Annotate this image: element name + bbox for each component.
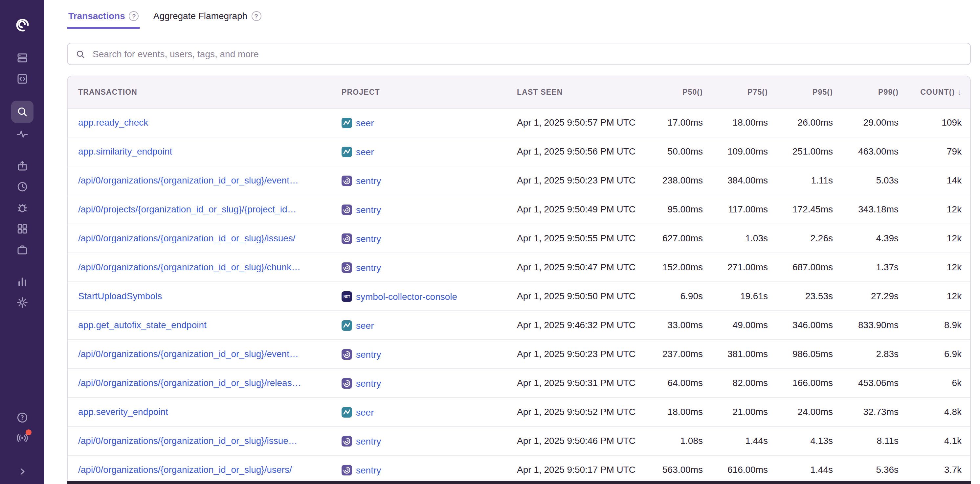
project-link[interactable]: seer bbox=[356, 320, 374, 331]
count-cell: 12k bbox=[899, 195, 971, 224]
project-link[interactable]: sentry bbox=[356, 465, 381, 475]
gear-icon bbox=[16, 297, 28, 308]
sidebar-item-issues[interactable] bbox=[11, 48, 33, 68]
project-link[interactable]: sentry bbox=[356, 378, 381, 388]
p75-cell: 49.00ms bbox=[703, 310, 768, 339]
transaction-link[interactable]: /api/0/organizations/{organization_id_or… bbox=[78, 435, 298, 446]
p99-cell: 27.29s bbox=[833, 281, 899, 310]
transaction-link[interactable]: app.similarity_endpoint bbox=[78, 146, 172, 157]
project-link[interactable]: sentry bbox=[356, 349, 381, 359]
column-header-last-seen[interactable]: LAST SEEN bbox=[513, 76, 646, 108]
transaction-link[interactable]: /api/0/organizations/{organization_id_or… bbox=[78, 233, 296, 243]
p95-cell: 346.00ms bbox=[768, 310, 833, 339]
tab-aggregate-flamegraph[interactable]: Aggregate Flamegraph ? bbox=[152, 9, 262, 29]
table-row: /api/0/organizations/{organization_id_or… bbox=[68, 339, 971, 368]
app-root: ? Transactions ? Aggregate Flamegraph ? bbox=[0, 0, 980, 484]
column-header-p75[interactable]: P75() bbox=[703, 76, 768, 108]
stack-icon bbox=[16, 52, 28, 64]
p99-cell: 833.90ms bbox=[833, 310, 899, 339]
project-link[interactable]: seer bbox=[356, 407, 374, 417]
transaction-link[interactable]: app.get_autofix_state_endpoint bbox=[78, 319, 207, 330]
pulse-icon bbox=[16, 128, 28, 140]
sentry-logo-icon[interactable] bbox=[11, 13, 33, 35]
sidebar-item-crons[interactable] bbox=[11, 198, 33, 218]
help-circle-icon[interactable]: ? bbox=[129, 11, 139, 21]
project-link[interactable]: sentry bbox=[356, 204, 381, 215]
p75-cell: 21.00ms bbox=[703, 397, 768, 426]
project-link[interactable]: sentry bbox=[356, 436, 381, 446]
sidebar-item-whats-new[interactable] bbox=[11, 429, 33, 446]
transaction-cell: StartUploadSymbols bbox=[68, 281, 336, 310]
transaction-link[interactable]: /api/0/organizations/{organization_id_or… bbox=[78, 464, 292, 475]
column-header-count[interactable]: COUNT() ↓ bbox=[899, 76, 971, 108]
search-input[interactable] bbox=[91, 48, 962, 60]
transaction-link[interactable]: /api/0/organizations/{organization_id_or… bbox=[78, 175, 299, 185]
p99-cell: 463.00ms bbox=[833, 137, 899, 166]
sidebar-item-dashboards[interactable] bbox=[11, 219, 33, 239]
sidebar-item-help[interactable]: ? bbox=[11, 409, 33, 426]
column-header-project[interactable]: PROJECT bbox=[336, 76, 513, 108]
sidebar-item-replays[interactable] bbox=[11, 177, 33, 196]
count-cell: 3.7k bbox=[899, 455, 971, 484]
grid-icon bbox=[16, 223, 28, 235]
count-cell: 12k bbox=[899, 252, 971, 281]
project-link[interactable]: seer bbox=[356, 117, 374, 128]
project-link[interactable]: seer bbox=[356, 146, 374, 157]
count-cell: 12k bbox=[899, 224, 971, 252]
transaction-link[interactable]: /api/0/projects/{organization_id_or_slug… bbox=[78, 204, 297, 214]
last-seen-cell: Apr 1, 2025 9:50:55 PM UTC bbox=[513, 224, 646, 252]
project-link[interactable]: sentry bbox=[356, 175, 381, 186]
transactions-table-panel: TRANSACTION PROJECT LAST SEEN P50() P75(… bbox=[67, 76, 971, 484]
project-cell: seer bbox=[336, 397, 513, 426]
sidebar-item-performance[interactable] bbox=[11, 124, 33, 144]
sidebar-item-projects[interactable] bbox=[11, 240, 33, 260]
project-cell: sentry bbox=[336, 166, 513, 195]
transaction-link[interactable]: /api/0/organizations/{organization_id_or… bbox=[78, 262, 301, 272]
search-bar[interactable] bbox=[67, 43, 971, 65]
sidebar-item-settings[interactable] bbox=[11, 292, 33, 312]
project-cell: sentry bbox=[336, 368, 513, 397]
p95-cell: 687.00ms bbox=[768, 252, 833, 281]
p75-cell: 19.61s bbox=[703, 281, 768, 310]
p95-cell: 23.53s bbox=[768, 281, 833, 310]
project-cell: NET symbol-collector-console bbox=[336, 281, 513, 310]
transaction-link[interactable]: app.ready_check bbox=[78, 117, 148, 128]
help-circle-icon[interactable]: ? bbox=[251, 11, 261, 21]
sidebar-item-explore[interactable] bbox=[11, 69, 33, 89]
p99-cell: 4.39s bbox=[833, 224, 899, 252]
p95-cell: 4.13s bbox=[768, 426, 833, 455]
sidebar-item-stats[interactable] bbox=[11, 272, 33, 291]
project-icon bbox=[342, 436, 352, 446]
last-seen-cell: Apr 1, 2025 9:50:52 PM UTC bbox=[513, 397, 646, 426]
sidebar-item-search[interactable] bbox=[11, 101, 33, 123]
column-header-p99[interactable]: P99() bbox=[833, 76, 899, 108]
count-cell: 79k bbox=[899, 137, 971, 166]
transaction-link[interactable]: StartUploadSymbols bbox=[78, 291, 162, 301]
table-row: /api/0/organizations/{organization_id_or… bbox=[68, 224, 971, 252]
sidebar-collapse[interactable] bbox=[11, 463, 33, 480]
last-seen-cell: Apr 1, 2025 9:50:57 PM UTC bbox=[513, 108, 646, 137]
transaction-cell: app.get_autofix_state_endpoint bbox=[68, 310, 336, 339]
sidebar-item-releases[interactable] bbox=[11, 156, 33, 176]
column-header-p50[interactable]: P50() bbox=[646, 76, 703, 108]
project-cell: sentry bbox=[336, 455, 513, 484]
project-link[interactable]: sentry bbox=[356, 262, 381, 273]
transaction-cell: /api/0/organizations/{organization_id_or… bbox=[68, 455, 336, 484]
last-seen-cell: Apr 1, 2025 9:50:23 PM UTC bbox=[513, 166, 646, 195]
table-row: /api/0/organizations/{organization_id_or… bbox=[68, 166, 971, 195]
tab-bar: Transactions ? Aggregate Flamegraph ? bbox=[67, 9, 971, 29]
project-link[interactable]: symbol-collector-console bbox=[356, 291, 457, 302]
p95-cell: 1.11s bbox=[768, 166, 833, 195]
transaction-link[interactable]: app.severity_endpoint bbox=[78, 406, 168, 417]
p95-cell: 2.26s bbox=[768, 224, 833, 252]
transaction-cell: app.severity_endpoint bbox=[68, 397, 336, 426]
project-link[interactable]: sentry bbox=[356, 233, 381, 244]
tab-transactions[interactable]: Transactions ? bbox=[67, 9, 140, 29]
table-row: /api/0/organizations/{organization_id_or… bbox=[68, 455, 971, 484]
column-header-transaction[interactable]: TRANSACTION bbox=[68, 76, 336, 108]
column-header-p95[interactable]: P95() bbox=[768, 76, 833, 108]
transaction-link[interactable]: /api/0/organizations/{organization_id_or… bbox=[78, 348, 299, 359]
svg-text:?: ? bbox=[21, 414, 24, 421]
transaction-link[interactable]: /api/0/organizations/{organization_id_or… bbox=[78, 377, 301, 388]
p95-cell: 1.44s bbox=[768, 455, 833, 484]
